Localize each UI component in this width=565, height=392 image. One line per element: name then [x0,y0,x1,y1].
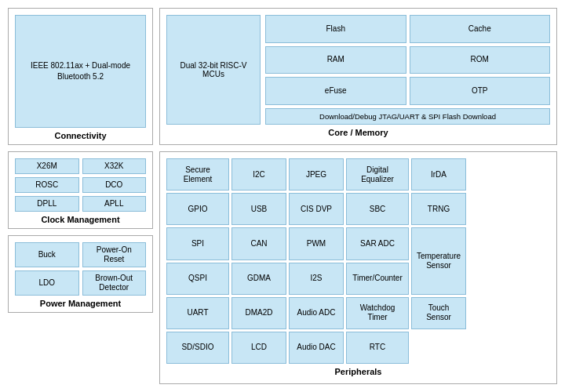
empty-cell-6 [411,332,466,364]
jtag-cell: Download/Debug JTAG/UART & SPI Flash Dow… [265,108,550,125]
temp-sensor-cell: Temperature Sensor [411,227,466,294]
clock-block: X26M X32K ROSC DCO DPLL APLL Clock Manag… [8,151,153,229]
gpio-cell: GPIO [166,193,229,225]
audio-dac-cell: Audio DAC [289,332,344,364]
rosc-cell: ROSC [15,177,79,193]
digital-eq-cell: Digital Equalizer [346,158,409,191]
buck-cell: Buck [15,242,79,267]
irda-cell: IrDA [411,158,466,191]
core-inner: Dual 32-bit RISC-V MCUs Flash Cache RAM … [166,15,550,125]
dco-cell: DCO [82,177,147,193]
touch-sensor-cell: Touch Sensor [411,297,466,329]
rom-cell: ROM [410,46,551,74]
dual-mcu-text: Dual 32-bit RISC-V MCUs [173,61,253,78]
power-on-reset-cell: Power-On Reset [82,242,147,267]
bottom-area: X26M X32K ROSC DCO DPLL APLL Clock Manag… [8,151,557,384]
x26m-cell: X26M [15,158,79,174]
peripherals-label: Peripherals [166,367,550,376]
ldo-cell: LDO [15,270,79,296]
sd-sdio-cell: SD/SDIO [166,332,229,364]
flash-cell: Flash [265,15,406,43]
usb-cell: USB [231,193,286,225]
core-bottom: Download/Debug JTAG/UART & SPI Flash Dow… [265,108,550,125]
dual-mcu-cell: Dual 32-bit RISC-V MCUs [166,15,261,125]
connectivity-cell: IEEE 802.11ax + Dual-mode Bluetooth 5.2 [15,15,146,128]
trng-cell: TRNG [411,193,466,225]
dpll-cell: DPLL [15,196,79,212]
connectivity-text: IEEE 802.11ax + Dual-mode Bluetooth 5.2 [31,60,130,82]
peripherals-grid: Secure Element I2C JPEG Digital Equalize… [166,158,550,364]
qspi-cell: QSPI [166,263,229,295]
power-label: Power Management [15,299,146,308]
core-label: Core / Memory [166,128,550,137]
can-cell: CAN [231,227,286,260]
secure-element-cell: Secure Element [166,158,229,191]
ram-cell: RAM [265,46,406,74]
core-block: Dual 32-bit RISC-V MCUs Flash Cache RAM … [159,8,557,145]
x32k-cell: X32K [82,158,147,174]
gdma-cell: GDMA [231,263,286,295]
brown-out-cell: Brown-Out Detector [82,270,147,296]
core-right: Flash Cache RAM ROM eFuse OTP Download/D… [265,15,550,125]
power-grid: Buck Power-On Reset LDO Brown-Out Detect… [15,242,146,296]
clock-label: Clock Management [15,215,146,224]
left-bottom-col: X26M X32K ROSC DCO DPLL APLL Clock Manag… [8,151,153,384]
page: IEEE 802.11ax + Dual-mode Bluetooth 5.2 … [0,0,565,392]
jpeg-cell: JPEG [289,158,344,191]
dma2d-cell: DMA2D [231,297,286,329]
uart-cell: UART [166,297,229,329]
spi-cell: SPI [166,227,229,260]
i2s-cell: I2S [289,263,344,295]
cis-dvp-cell: CIS DVP [289,193,344,225]
power-block: Buck Power-On Reset LDO Brown-Out Detect… [8,235,153,313]
audio-adc-cell: Audio ADC [289,297,344,329]
clock-grid: X26M X32K ROSC DCO DPLL APLL [15,158,146,212]
lcd-cell: LCD [231,332,286,364]
peripherals-block: Secure Element I2C JPEG Digital Equalize… [159,151,557,384]
core-row-2: RAM ROM [265,46,550,74]
cache-cell: Cache [410,15,551,43]
sbc-cell: SBC [346,193,409,225]
efuse-cell: eFuse [265,77,406,105]
i2c-cell: I2C [231,158,286,191]
apll-cell: APLL [82,196,147,212]
pwm-cell: PWM [289,227,344,260]
timer-counter-cell: Timer/Counter [346,263,409,295]
rtc-cell: RTC [346,332,409,364]
top-area: IEEE 802.11ax + Dual-mode Bluetooth 5.2 … [8,8,557,145]
core-row-3: eFuse OTP [265,77,550,105]
connectivity-label: Connectivity [54,131,106,140]
connectivity-block: IEEE 802.11ax + Dual-mode Bluetooth 5.2 … [8,8,153,145]
sar-adc-cell: SAR ADC [346,227,409,260]
watchdog-timer-cell: Watchdog Timer [346,297,409,329]
core-row-1: Flash Cache [265,15,550,43]
otp-cell: OTP [410,77,551,105]
